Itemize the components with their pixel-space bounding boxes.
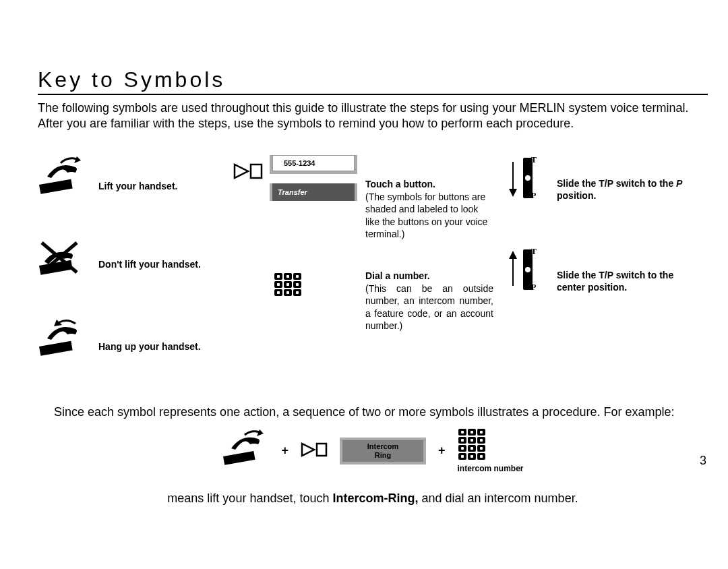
- intercom-ring-button: Intercom Ring: [340, 438, 426, 464]
- svg-rect-0: [39, 179, 73, 194]
- svg-marker-1: [74, 156, 81, 163]
- svg-rect-16: [317, 444, 326, 456]
- intercom-line2: Ring: [342, 451, 423, 460]
- svg-rect-13: [223, 451, 255, 465]
- button-symbol-white: 555-1234: [270, 155, 357, 174]
- intro-paragraph: The following symbols are used throughou…: [38, 100, 708, 131]
- slide-p-label-a: Slide the T/P switch to the: [557, 178, 676, 189]
- page-number: 3: [700, 454, 706, 468]
- dial-number-plain: (This can be an outside number, an inter…: [365, 283, 493, 332]
- page-title: Key to Symbols: [38, 67, 708, 95]
- lift-handset-icon: [38, 158, 85, 201]
- svg-marker-7: [235, 164, 248, 178]
- hang-up-label: Hang up your handset.: [98, 341, 233, 353]
- svg-marker-15: [302, 444, 314, 456]
- button-dark-label: Transfer: [278, 188, 307, 196]
- tp-switch-up-icon: T P: [507, 249, 537, 290]
- plus-2: +: [438, 444, 446, 458]
- slide-center-label: Slide the T/P switch to the center posit…: [557, 270, 692, 293]
- tp-switch-down-icon: T P: [507, 158, 537, 198]
- tp-p-label-2: P: [531, 282, 536, 293]
- keypad-caption: intercom number: [458, 464, 524, 473]
- example-keypad-icon: [458, 428, 486, 460]
- svg-marker-12: [509, 251, 517, 259]
- svg-marker-14: [257, 429, 264, 436]
- dont-lift-label: Don't lift your handset.: [98, 259, 233, 271]
- svg-rect-8: [251, 164, 262, 178]
- svg-rect-5: [39, 341, 73, 356]
- keypad-icon: [274, 272, 302, 297]
- example-intro: Since each symbol represents one action,…: [38, 405, 708, 420]
- button-white-label: 555-1234: [284, 159, 315, 167]
- dial-number-bold: Dial a number.: [365, 270, 430, 281]
- example-lift-icon: [222, 431, 269, 471]
- touch-pointer-icon: [233, 162, 263, 183]
- example-pointer-icon: [301, 441, 328, 461]
- tp-p-label: P: [531, 191, 536, 201]
- means-sentence: means lift your handset, touch Intercom-…: [38, 491, 708, 506]
- touch-button-plain: (The symbols for buttons are shaded and …: [365, 191, 487, 240]
- dont-lift-handset-icon: [38, 239, 85, 282]
- example-sequence: + Intercom Ring + intercom number: [38, 428, 708, 473]
- button-symbol-dark: Transfer: [270, 183, 357, 201]
- svg-marker-10: [509, 189, 517, 197]
- plus-1: +: [281, 444, 289, 458]
- intercom-line1: Intercom: [342, 442, 423, 451]
- lift-handset-label: Lift your handset.: [98, 181, 213, 193]
- slide-p-label-i: P: [676, 178, 682, 189]
- hang-up-handset-icon: [38, 320, 85, 363]
- touch-button-bold: Touch a button.: [365, 179, 435, 189]
- slide-p-label-b: position.: [557, 190, 596, 201]
